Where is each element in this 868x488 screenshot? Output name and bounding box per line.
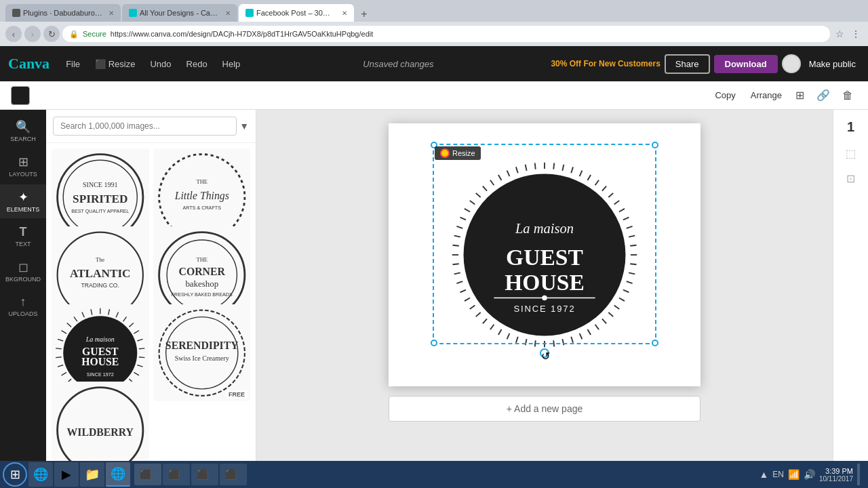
svg-text:Swiss Ice Creamery: Swiss Ice Creamery bbox=[174, 354, 229, 362]
sidebar-item-uploads[interactable]: ↑ UPLOADS bbox=[0, 289, 46, 323]
svg-line-39 bbox=[62, 372, 66, 375]
svg-text:ARTS & CRAFTS: ARTS & CRAFTS bbox=[182, 205, 221, 211]
svg-line-118 bbox=[526, 165, 527, 171]
svg-line-107 bbox=[454, 236, 460, 237]
svg-line-29 bbox=[134, 372, 138, 375]
svg-line-63 bbox=[571, 167, 573, 173]
sidebar-item-background[interactable]: ◻ BKGROUND bbox=[0, 254, 46, 288]
add-page-button[interactable]: + Add a new page bbox=[389, 396, 701, 422]
svg-line-113 bbox=[483, 186, 487, 191]
make-public-button[interactable]: Make public bbox=[805, 56, 860, 72]
svg-line-77 bbox=[629, 272, 635, 274]
svg-line-101 bbox=[460, 290, 467, 293]
svg-point-58 bbox=[58, 388, 143, 461]
elements-icon: ✦ bbox=[18, 190, 28, 205]
svg-text:GUEST: GUEST bbox=[506, 245, 583, 270]
layouts-label: LAYOUTS bbox=[9, 171, 37, 178]
handle-bottom-right[interactable] bbox=[652, 340, 658, 346]
search-dropdown-button[interactable]: ▼ bbox=[239, 121, 249, 131]
svg-line-115 bbox=[498, 175, 502, 180]
taskbar-app-4[interactable]: ⬛ bbox=[220, 464, 247, 485]
tab-close-plugins[interactable]: ✕ bbox=[108, 9, 114, 17]
share-button[interactable]: Share bbox=[665, 54, 710, 74]
svg-text:HOUSE: HOUSE bbox=[81, 356, 119, 367]
taskbar-app-files[interactable]: 📁 bbox=[80, 462, 104, 487]
sidebar-item-text[interactable]: T TEXT bbox=[0, 220, 46, 253]
taskbar-app-3[interactable]: ⬛ bbox=[191, 464, 218, 485]
svg-text:WILDBERRY: WILDBERRY bbox=[67, 427, 134, 439]
color-swatch[interactable] bbox=[11, 86, 30, 105]
handle-top-right[interactable] bbox=[652, 142, 658, 148]
tab-close-fb[interactable]: ✕ bbox=[342, 9, 347, 17]
search-input[interactable] bbox=[53, 117, 237, 136]
sys-icon-volume[interactable]: 🔊 bbox=[804, 469, 815, 480]
svg-line-109 bbox=[460, 218, 467, 220]
taskbar-app-chrome[interactable]: 🌐 bbox=[106, 462, 130, 487]
show-desktop-button[interactable] bbox=[857, 464, 860, 485]
svg-line-48 bbox=[91, 309, 92, 314]
svg-line-85 bbox=[587, 329, 591, 335]
trash-icon-button[interactable]: 🗑 bbox=[838, 87, 857, 104]
reload-button[interactable]: ↻ bbox=[43, 26, 60, 42]
bookmark-icon[interactable]: ☆ bbox=[833, 27, 846, 41]
svg-line-95 bbox=[498, 329, 502, 335]
tab-canva-designs[interactable]: All Your Designs - Canva ✕ bbox=[122, 4, 237, 22]
back-button[interactable]: ‹ bbox=[5, 26, 22, 42]
background-icon: ◻ bbox=[18, 260, 28, 274]
start-button[interactable]: ⊞ bbox=[3, 462, 27, 487]
file-menu[interactable]: File bbox=[60, 56, 85, 72]
taskbar-app-ie[interactable]: 🌐 bbox=[28, 462, 53, 487]
right-panel-icon-1[interactable]: ⬚ bbox=[842, 143, 860, 164]
svg-line-41 bbox=[56, 357, 62, 357]
badge-serendipity[interactable]: SERENDIPITY Swiss Ice Creamery FREE bbox=[153, 304, 251, 402]
handle-rotate[interactable]: ↺ bbox=[540, 348, 549, 358]
svg-text:BEST QUALITY APPAREL: BEST QUALITY APPAREL bbox=[71, 209, 129, 214]
sidebar-item-search[interactable]: 🔍 SEARCH bbox=[0, 114, 46, 148]
taskbar-app-2[interactable]: ⬛ bbox=[163, 464, 190, 485]
svg-point-54 bbox=[159, 310, 244, 395]
svg-line-102 bbox=[456, 281, 462, 283]
svg-line-86 bbox=[580, 333, 583, 340]
sidebar-item-layouts[interactable]: ⊞ LAYOUTS bbox=[0, 149, 46, 183]
svg-line-103 bbox=[454, 272, 460, 274]
resize-menu[interactable]: ⬛ Resize bbox=[90, 56, 140, 72]
svg-text:The: The bbox=[96, 256, 105, 262]
copy-button[interactable]: Copy bbox=[709, 87, 741, 103]
badge-wildberry[interactable]: WILDBERRY bbox=[52, 382, 149, 461]
help-menu[interactable]: Help bbox=[217, 56, 246, 72]
tab-facebook-post[interactable]: Facebook Post – 30% Of... ✕ bbox=[239, 4, 354, 22]
forward-button[interactable]: › bbox=[24, 26, 41, 42]
sidebar-item-elements[interactable]: ✦ ELEMENTS bbox=[0, 184, 46, 218]
svg-line-69 bbox=[614, 201, 620, 204]
redo-button[interactable]: Redo bbox=[181, 56, 213, 72]
svg-text:FRESHLY BAKED BREADS: FRESHLY BAKED BREADS bbox=[171, 292, 232, 298]
sys-icon-1[interactable]: ▲ bbox=[759, 469, 768, 480]
svg-line-43 bbox=[58, 339, 63, 341]
svg-line-42 bbox=[56, 348, 62, 348]
svg-line-119 bbox=[535, 163, 536, 169]
right-panel-icon-2[interactable]: ⊡ bbox=[842, 168, 859, 189]
taskbar-app-media[interactable]: ▶ bbox=[54, 462, 79, 487]
link-icon-button[interactable]: 🔗 bbox=[812, 86, 834, 104]
sys-icon-network[interactable]: 📶 bbox=[788, 469, 800, 480]
download-button[interactable]: Download bbox=[714, 55, 778, 73]
svg-text:SINCE 1972: SINCE 1972 bbox=[87, 372, 114, 378]
svg-line-62 bbox=[562, 165, 564, 171]
extensions-icon[interactable]: ⋮ bbox=[849, 27, 863, 41]
svg-text:La maison: La maison bbox=[85, 335, 115, 342]
arrange-button[interactable]: Arrange bbox=[745, 87, 787, 103]
grid-icon-button[interactable]: ⊞ bbox=[791, 86, 808, 104]
svg-line-78 bbox=[627, 281, 633, 283]
svg-text:ATLANTIC: ATLANTIC bbox=[70, 266, 131, 279]
taskbar-app-1[interactable]: ⬛ bbox=[134, 464, 161, 485]
svg-line-72 bbox=[627, 226, 633, 228]
svg-line-67 bbox=[602, 186, 606, 191]
url-text: https://www.canva.com/design/DACjh-H7DX8… bbox=[111, 30, 373, 38]
address-bar[interactable]: 🔒 Secure https://www.canva.com/design/DA… bbox=[62, 26, 830, 42]
handle-bottom-left[interactable] bbox=[431, 340, 437, 346]
tab-close-designs[interactable]: ✕ bbox=[225, 9, 231, 17]
tab-plugins[interactable]: Plugins · Dabudaburoa... ✕ bbox=[5, 4, 121, 22]
undo-button[interactable]: Undo bbox=[144, 56, 176, 72]
new-tab-button[interactable]: + bbox=[355, 7, 373, 22]
svg-line-46 bbox=[74, 317, 77, 321]
